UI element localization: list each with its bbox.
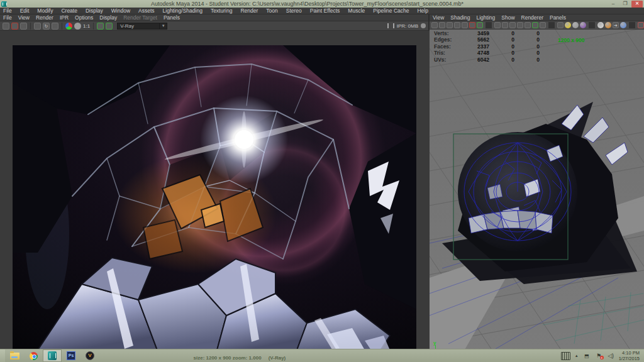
vray-taskbar-icon[interactable]: V [80, 349, 99, 362]
taskbar-clock[interactable]: 4:10 PM 1/27/2015 [619, 350, 641, 361]
viewport-scene [430, 30, 644, 351]
volume-icon[interactable]: ◁) [607, 353, 615, 359]
grid-icon[interactable] [494, 22, 501, 28]
viewport-menu-show[interactable]: Show [501, 14, 514, 21]
safe-title-icon[interactable] [540, 22, 546, 28]
render-region-icon[interactable] [52, 23, 58, 30]
maya-app-icon [1, 1, 7, 7]
rendered-image [13, 45, 416, 350]
sep3 [93, 23, 94, 30]
shadows-icon[interactable] [572, 22, 579, 28]
viewport-menu-lighting[interactable]: Lighting [476, 14, 495, 21]
chrome-taskbar-icon[interactable] [24, 349, 43, 362]
default-material-icon[interactable] [597, 22, 604, 28]
main-menu-assets[interactable]: Assets [138, 8, 155, 14]
main-menu-create[interactable]: Create [61, 8, 77, 14]
one-to-one-icon[interactable]: 1:1 [83, 23, 90, 30]
maya-taskbar-icon[interactable] [43, 349, 62, 362]
main-menu-pipeline-cache[interactable]: Pipeline Cache [373, 8, 409, 14]
safe-action-icon[interactable] [532, 22, 538, 28]
isolate-select-icon[interactable] [638, 22, 644, 28]
render-view-menu-ipr[interactable]: IPR [60, 14, 69, 21]
windows-taskbar: Ps V size: 1200 x 900 zoom: 1.000 (V-Ray… [0, 349, 644, 362]
renderer-dropdown[interactable]: V-Ray ▼ [117, 23, 167, 30]
lighting-icon[interactable] [565, 22, 571, 28]
wireframe-icon[interactable] [557, 22, 564, 28]
maya-icon [48, 351, 57, 360]
main-menu-window[interactable]: Window [111, 8, 130, 14]
action-center-flag-icon[interactable]: ⚑x [595, 353, 603, 359]
render-view-menu-options[interactable]: Options [75, 14, 93, 21]
render-view-toolbar: ↻1:1 V-Ray ▼ IPR: 0MB [0, 21, 428, 31]
redo-previous-render-icon[interactable] [34, 23, 41, 30]
gate-mask-icon[interactable] [517, 22, 523, 28]
main-menu-paint-effects[interactable]: Paint Effects [310, 8, 340, 14]
keyboard-icon[interactable] [561, 352, 570, 360]
viewport-menu-view[interactable]: View [433, 14, 444, 21]
ambient-occlusion-icon[interactable] [580, 22, 586, 28]
film-gate-icon[interactable] [502, 22, 508, 28]
main-menu-file[interactable]: File [3, 8, 12, 14]
file-explorer-taskbar-icon[interactable] [5, 349, 24, 362]
viewport-menu-renderer[interactable]: Renderer [521, 14, 543, 21]
lock-camera-icon[interactable] [439, 22, 445, 28]
clock-date: 1/27/2015 [619, 356, 640, 361]
textured-icon[interactable] [605, 22, 611, 28]
photoshop-taskbar-icon[interactable]: Ps [62, 349, 80, 362]
main-menu-muscle[interactable]: Muscle [348, 8, 365, 14]
main-menu-modify[interactable]: Modify [37, 8, 53, 14]
viewport-menu-panels[interactable]: Panels [550, 14, 566, 21]
resolution-gate-icon[interactable] [509, 22, 516, 28]
ipr-render-icon[interactable] [11, 23, 18, 30]
bookmarks-icon[interactable] [454, 22, 460, 28]
sep4 [629, 22, 635, 28]
ipr-update-shading-icon[interactable] [106, 23, 113, 30]
refresh-shaders-icon[interactable]: ↻ [43, 23, 50, 30]
xray-icon[interactable] [620, 22, 626, 28]
render-view-menu-render[interactable]: Render [36, 14, 53, 21]
viewport-menu-bar: ViewShadingLightingShowRendererPanels [430, 14, 644, 21]
main-menu-render[interactable]: Render [240, 8, 258, 14]
render-view-menu-panels[interactable]: Panels [164, 14, 180, 21]
main-menu-display[interactable]: Display [86, 8, 103, 14]
render-view-menu-display[interactable]: Display [99, 14, 117, 21]
render-view-canvas [0, 31, 430, 351]
alpha-channel-icon[interactable] [74, 23, 81, 30]
main-menu-help[interactable]: Help [417, 8, 428, 14]
viewport-toolbar: ➜< [430, 21, 644, 30]
close-button[interactable]: ✕ [631, 1, 643, 8]
render-current-frame-icon[interactable] [3, 23, 9, 30]
use-all-lights-icon[interactable]: ➜ [613, 22, 619, 28]
render-view-menu-view[interactable]: View [18, 14, 30, 21]
main-menu-edit[interactable]: Edit [20, 8, 30, 14]
chrome-icon [30, 352, 38, 360]
render-view-menu-render-target: Render Target [123, 14, 157, 21]
start-button[interactable] [0, 349, 5, 362]
rgb-channels-icon[interactable] [65, 23, 72, 30]
y-axis-indicator: y [433, 340, 436, 346]
camera-attributes-icon[interactable] [447, 22, 453, 28]
ipr-pause-icon[interactable] [387, 23, 394, 28]
main-menu-lighting-shading[interactable]: Lighting/Shading [163, 8, 203, 14]
greased-pencil-icon[interactable] [477, 22, 483, 28]
maya-window: Autodesk Maya 2014 - Student Version: C:… [0, 0, 644, 362]
render-settings-icon[interactable] [97, 23, 104, 30]
viewport-canvas[interactable]: Verts:345900Edges:566200Faces:233700Tris… [430, 30, 644, 351]
main-menu-toon[interactable]: Toon [266, 8, 277, 14]
snapshot-icon[interactable] [20, 23, 27, 30]
main-menu-texturing[interactable]: Texturing [211, 8, 233, 14]
minimize-button[interactable]: – [608, 1, 619, 8]
field-chart-icon[interactable] [525, 22, 531, 28]
hidden-icons-chevron-icon[interactable]: ▲ [574, 353, 579, 359]
network-icon[interactable]: ⬒ [583, 353, 591, 359]
select-camera-icon[interactable] [431, 22, 438, 28]
image-plane-icon[interactable] [462, 22, 468, 28]
photoshop-icon: Ps [67, 351, 75, 360]
restore-button[interactable]: ❐ [619, 1, 631, 8]
sep2 [548, 22, 555, 28]
render-view-menu-file[interactable]: File [3, 14, 12, 21]
ipr-memory-label: IPR: 0MB [397, 23, 418, 29]
2d-pan-zoom-icon[interactable] [469, 22, 475, 28]
viewport-menu-shading[interactable]: Shading [450, 14, 470, 21]
main-menu-stereo[interactable]: Stereo [286, 8, 302, 14]
